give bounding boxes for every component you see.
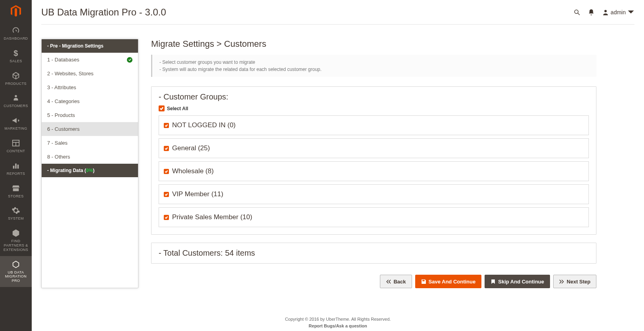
main-panel: Migrate Settings > Customers - Select cu… — [151, 39, 596, 288]
gear-icon — [12, 206, 20, 215]
nav-label: FIND PARTNERS & EXTENSIONS — [1, 239, 31, 252]
checkbox-icon[interactable] — [159, 105, 165, 111]
nav-label: SYSTEM — [8, 216, 24, 221]
user-name: admin — [611, 9, 626, 15]
customer-group-row[interactable]: Wholesale (8) — [159, 161, 589, 181]
step-label: 2 - Websites, Stores — [47, 71, 94, 77]
group-label: NOT LOGGED IN (0) — [172, 121, 236, 129]
customer-group-row[interactable]: NOT LOGGED IN (0) — [159, 115, 589, 135]
step-label: 7 - Sales — [47, 140, 67, 146]
svg-rect-5 — [15, 163, 17, 168]
chevron-down-icon — [627, 9, 634, 16]
checkbox-icon[interactable] — [164, 169, 169, 174]
nav-label: CUSTOMERS — [4, 104, 28, 108]
steps-migrating-head: - Migrating Data (0%) — [42, 164, 138, 177]
save-continue-button[interactable]: Save And Continue — [415, 275, 482, 288]
step-item[interactable]: 4 - Categories — [42, 94, 138, 108]
customer-group-row[interactable]: Private Sales Member (10) — [159, 207, 589, 227]
customer-group-row[interactable]: General (25) — [159, 138, 589, 158]
step-label: 4 - Categories — [47, 98, 80, 104]
nav-system[interactable]: SYSTEM — [0, 202, 32, 225]
nav-label: SALES — [10, 59, 22, 63]
svg-point-10 — [604, 10, 607, 12]
hint-box: - Select customer groups you want to mig… — [151, 55, 596, 77]
svg-point-0 — [15, 95, 17, 98]
admin-nav: DASHBOARD $ SALES PRODUCTS CUSTOMERS MAR… — [0, 0, 32, 331]
step-item[interactable]: 7 - Sales — [42, 136, 138, 150]
step-item[interactable]: 2 - Websites, Stores — [42, 67, 138, 80]
nav-stores[interactable]: STORES — [0, 180, 32, 203]
group-label: General (25) — [172, 144, 210, 152]
footer-report-link[interactable]: Report Bugs/Ask a question — [41, 323, 634, 329]
hex-icon — [12, 260, 20, 269]
search-button[interactable] — [573, 9, 581, 16]
double-chevron-right-icon — [559, 279, 564, 284]
checkbox-icon[interactable] — [164, 192, 169, 197]
action-buttons: Back Save And Continue Skip And Continue… — [151, 275, 596, 288]
notifications-button[interactable] — [588, 9, 595, 16]
checkbox-icon[interactable] — [164, 146, 169, 151]
check-circle-icon — [127, 57, 132, 63]
page-header: UB Data Migration Pro - 3.0.0 admin — [41, 0, 634, 25]
step-label: 5 - Products — [47, 112, 75, 118]
next-step-button[interactable]: Next Step — [553, 275, 596, 288]
content: - Pre - Migration Settings 1 - Databases… — [41, 25, 596, 288]
step-item[interactable]: 1 - Databases — [42, 53, 138, 67]
back-button[interactable]: Back — [380, 275, 412, 288]
step-item[interactable]: 6 - Customers — [42, 122, 138, 136]
nav-label: PRODUCTS — [5, 82, 27, 86]
nav-sales[interactable]: $ SALES — [0, 45, 32, 67]
footer: Copyright © 2016 by UberTheme. All Right… — [41, 316, 634, 329]
select-all[interactable]: Select All — [159, 105, 589, 111]
svg-rect-6 — [17, 165, 19, 168]
step-label: 8 - Others — [47, 154, 70, 160]
select-all-label: Select All — [167, 106, 188, 111]
megaphone-icon — [12, 116, 20, 125]
step-label: 1 - Databases — [47, 57, 79, 63]
footer-copyright: Copyright © 2016 by UberTheme. All Right… — [41, 316, 634, 323]
nav-label: UB DATA MIGRATION PRO — [1, 270, 31, 283]
nav-label: CONTENT — [7, 149, 25, 153]
customer-groups-box: - Customer Groups: Select All NOT LOGGED… — [151, 86, 596, 235]
steps-group-head: - Pre - Migration Settings — [42, 39, 138, 53]
cube-icon — [12, 71, 20, 80]
skip-continue-button[interactable]: Skip And Continue — [485, 275, 550, 288]
nav-marketing[interactable]: MARKETING — [0, 112, 32, 135]
nav-label: REPORTS — [7, 172, 25, 176]
checkbox-icon[interactable] — [164, 123, 169, 128]
nav-reports[interactable]: REPORTS — [0, 157, 32, 180]
header-actions: admin — [573, 9, 634, 16]
dollar-icon: $ — [12, 49, 20, 57]
group-label: Wholesale (8) — [172, 167, 214, 175]
svg-rect-4 — [13, 166, 15, 168]
nav-dashboard[interactable]: DASHBOARD — [0, 22, 32, 45]
store-icon — [12, 184, 20, 193]
nav-find-partners[interactable]: FIND PARTNERS & EXTENSIONS — [0, 225, 32, 256]
nav-label: DASHBOARD — [4, 36, 28, 41]
svg-marker-7 — [13, 261, 19, 268]
page-title: UB Data Migration Pro - 3.0.0 — [41, 7, 166, 18]
group-list: NOT LOGGED IN (0)General (25)Wholesale (… — [159, 115, 589, 227]
nav-customers[interactable]: CUSTOMERS — [0, 90, 32, 112]
hint-line: - System will auto migrate the related d… — [159, 66, 589, 73]
hint-line: - Select customer groups you want to mig… — [159, 59, 589, 66]
customer-group-row[interactable]: VIP Member (11) — [159, 184, 589, 204]
step-item[interactable]: 8 - Others — [42, 150, 138, 164]
group-label: Private Sales Member (10) — [172, 213, 252, 221]
puzzle-icon — [12, 229, 20, 237]
user-menu[interactable]: admin — [602, 9, 634, 16]
save-icon — [421, 279, 426, 284]
bar-chart-icon — [12, 161, 20, 170]
magento-logo[interactable] — [0, 0, 32, 22]
total-text: - Total Customers: 54 items — [159, 249, 589, 258]
double-chevron-left-icon — [386, 279, 391, 284]
nav-products[interactable]: PRODUCTS — [0, 67, 32, 90]
nav-content[interactable]: CONTENT — [0, 135, 32, 157]
nav-ub-migration[interactable]: UB DATA MIGRATION PRO — [0, 256, 32, 287]
step-item[interactable]: 3 - Attributes — [42, 80, 138, 94]
nav-label: MARKETING — [4, 126, 27, 131]
page: UB Data Migration Pro - 3.0.0 admin - Pr… — [32, 0, 644, 331]
nav-label: STORES — [8, 194, 24, 199]
checkbox-icon[interactable] — [164, 215, 169, 220]
step-item[interactable]: 5 - Products — [42, 108, 138, 122]
